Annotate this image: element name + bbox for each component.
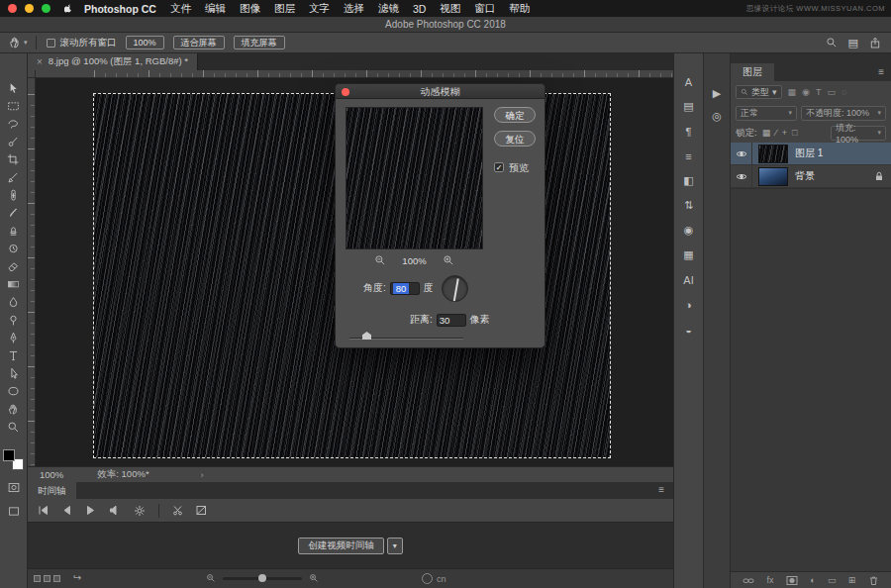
lock-image-pixels-icon[interactable]: ∕ bbox=[775, 128, 777, 138]
dodge-tool[interactable] bbox=[0, 311, 28, 329]
rectangular-marquee-tool[interactable] bbox=[0, 97, 28, 115]
eyedropper-tool[interactable] bbox=[0, 168, 28, 186]
ellipse-tool[interactable] bbox=[0, 382, 28, 400]
preview-zoom-out-button[interactable] bbox=[374, 254, 386, 266]
layer-filter-type-dropdown[interactable]: 类型 ▾ bbox=[736, 85, 782, 99]
layer-row-background[interactable]: 背景 bbox=[731, 165, 891, 188]
layer-visibility-toggle[interactable] bbox=[731, 165, 752, 188]
screen-mode-button[interactable] bbox=[7, 505, 21, 518]
gradient-tool[interactable] bbox=[0, 275, 28, 293]
window-close-button[interactable] bbox=[8, 4, 17, 13]
hand-tool-preset[interactable]: ▾ bbox=[8, 36, 28, 49]
filter-adjustment-layers-icon[interactable]: ◉ bbox=[802, 87, 810, 97]
filter-shape-layers-icon[interactable]: ▭ bbox=[827, 87, 836, 97]
ai-panel-icon[interactable]: AI bbox=[674, 267, 704, 292]
previous-frame-button[interactable] bbox=[61, 505, 72, 516]
layer-row-layer1[interactable]: 图层 1 bbox=[731, 143, 891, 165]
layer-name[interactable]: 背景 bbox=[795, 169, 815, 183]
glyphs-panel-icon[interactable]: ¶ bbox=[674, 119, 704, 144]
spot-healing-tool[interactable] bbox=[0, 186, 28, 204]
link-layers-icon[interactable] bbox=[742, 575, 754, 586]
tool-preset-chevron-icon[interactable]: ▾ bbox=[24, 39, 28, 47]
menu-edit[interactable]: 编辑 bbox=[205, 2, 226, 16]
opacity-dropdown[interactable]: 不透明度: 100% ▾ bbox=[801, 106, 886, 121]
distance-slider-thumb[interactable] bbox=[362, 332, 371, 340]
fit-screen-button[interactable]: 适合屏幕 bbox=[173, 36, 225, 49]
adjustments-panel-icon[interactable]: ◧ bbox=[674, 168, 704, 193]
zoom-100-button[interactable]: 100% bbox=[126, 36, 164, 49]
history-panel-icon[interactable]: ◎ bbox=[712, 110, 722, 123]
quick-selection-tool[interactable] bbox=[0, 133, 28, 150]
play-button[interactable] bbox=[85, 505, 96, 516]
app-titlebar[interactable]: Adobe Photoshop CC 2018 bbox=[0, 17, 891, 33]
quick-mask-button[interactable] bbox=[7, 481, 21, 494]
layer-thumbnail[interactable] bbox=[758, 167, 788, 186]
3d-panel-icon[interactable]: ◉ bbox=[674, 218, 704, 243]
distance-slider[interactable] bbox=[349, 332, 463, 341]
paragraph-panel-icon[interactable]: ▤ bbox=[674, 94, 704, 119]
color-swatches[interactable] bbox=[3, 449, 24, 470]
layer-name[interactable]: 图层 1 bbox=[795, 147, 823, 160]
zoom-slider-track[interactable] bbox=[223, 577, 302, 580]
document-tab[interactable]: × 8.jpg @ 100% (图层 1, RGB/8#) * bbox=[28, 53, 198, 70]
status-chevron-icon[interactable]: › bbox=[201, 469, 204, 480]
share-icon[interactable] bbox=[869, 37, 881, 49]
blend-mode-dropdown[interactable]: 正常 ▾ bbox=[736, 106, 797, 121]
transition-button[interactable] bbox=[196, 505, 207, 516]
fill-screen-button[interactable]: 填充屏幕 bbox=[234, 36, 285, 49]
dialog-titlebar[interactable]: 动感模糊 bbox=[336, 84, 544, 99]
menu-type[interactable]: 文字 bbox=[309, 2, 330, 16]
swatches-panel-icon[interactable]: ◒ bbox=[674, 317, 704, 342]
distance-input[interactable]: 30 bbox=[437, 314, 466, 327]
menu-window[interactable]: 窗口 bbox=[474, 2, 495, 16]
move-tool[interactable] bbox=[0, 79, 28, 97]
timeline-settings-button[interactable] bbox=[134, 505, 146, 517]
flip-arrow-icon[interactable]: ↪ bbox=[73, 572, 81, 583]
tab-close-button[interactable]: × bbox=[37, 56, 43, 67]
split-clip-button[interactable] bbox=[172, 505, 183, 516]
crop-tool[interactable] bbox=[0, 150, 28, 168]
window-minimize-button[interactable] bbox=[25, 4, 34, 13]
character-panel-icon[interactable]: A bbox=[674, 69, 704, 94]
lock-position-icon[interactable]: + bbox=[782, 128, 787, 138]
timeline-zoom-slider[interactable] bbox=[206, 573, 319, 583]
search-icon[interactable] bbox=[826, 37, 838, 49]
menu-select[interactable]: 选择 bbox=[344, 2, 364, 16]
frame-size-buttons[interactable] bbox=[34, 575, 60, 582]
apple-menu-icon[interactable] bbox=[64, 3, 74, 15]
ok-button[interactable]: 确定 bbox=[494, 107, 536, 123]
audio-toggle-button[interactable] bbox=[109, 505, 121, 516]
blur-tool[interactable] bbox=[0, 293, 28, 311]
menu-3d[interactable]: 3D bbox=[413, 3, 426, 15]
filter-pixel-layers-icon[interactable]: ▦ bbox=[788, 87, 797, 97]
type-tool[interactable] bbox=[0, 346, 28, 364]
styles-panel-icon[interactable]: ≡ bbox=[674, 144, 704, 168]
menu-view[interactable]: 视图 bbox=[440, 2, 460, 16]
window-zoom-button[interactable] bbox=[42, 4, 50, 13]
menu-filter[interactable]: 滤镜 bbox=[378, 2, 399, 16]
channels-panel-icon[interactable]: ⇅ bbox=[674, 193, 704, 218]
foreground-color-swatch[interactable] bbox=[3, 449, 15, 461]
actions-panel-icon[interactable]: ▶ bbox=[713, 87, 721, 100]
adjustment-layer-icon[interactable]: ◐ bbox=[810, 575, 815, 585]
new-layer-icon[interactable]: ⊞ bbox=[848, 575, 856, 585]
workspace-icon[interactable]: ▤ bbox=[848, 37, 858, 49]
timeline-menu-icon[interactable]: ≡ bbox=[658, 484, 664, 495]
angle-dial[interactable] bbox=[442, 275, 468, 302]
layer-comps-panel-icon[interactable]: ▦ bbox=[674, 243, 704, 267]
timeline-tab[interactable]: 时间轴 bbox=[28, 482, 76, 499]
lock-transparent-pixels-icon[interactable]: ▦ bbox=[762, 128, 771, 138]
zoom-tool[interactable] bbox=[0, 418, 28, 436]
menu-app-name[interactable]: Photoshop CC bbox=[84, 3, 156, 15]
color-panel-icon[interactable]: ◑ bbox=[674, 292, 704, 317]
lock-artboard-icon[interactable]: □ bbox=[792, 128, 797, 138]
scroll-all-windows-checkbox[interactable] bbox=[47, 39, 55, 48]
create-video-timeline-button[interactable]: 创建视频时间轴 bbox=[298, 538, 384, 554]
layer-style-icon[interactable]: fx bbox=[767, 575, 774, 585]
menu-layer[interactable]: 图层 bbox=[274, 2, 295, 16]
zoom-slider-thumb[interactable] bbox=[258, 574, 266, 582]
preview-zoom-in-button[interactable] bbox=[443, 254, 454, 266]
zoom-out-icon[interactable] bbox=[206, 573, 216, 583]
layer-group-icon[interactable]: ▭ bbox=[828, 575, 837, 585]
lasso-tool[interactable] bbox=[0, 115, 28, 133]
